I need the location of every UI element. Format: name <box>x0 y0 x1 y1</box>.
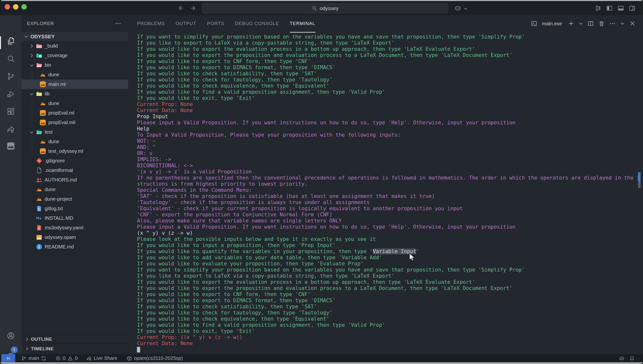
close-window-button[interactable] <box>5 4 10 10</box>
activity-ocaml-platform-icon[interactable] <box>7 142 15 150</box>
tree-item-label: dune <box>45 187 56 192</box>
tree-item-label: odyssey.opam <box>45 234 76 240</box>
scrollbar-thumb[interactable] <box>638 182 640 188</box>
status-right-items <box>619 354 635 362</box>
notifications-bell-icon[interactable] <box>629 356 635 361</box>
dune-icon <box>36 186 43 193</box>
tree-item-gitlog-txt[interactable]: gitlog.txt <box>22 204 128 214</box>
back-icon[interactable] <box>178 5 185 12</box>
terminal-instance-label[interactable]: main.exe <box>542 21 562 26</box>
sidebar-title: EXPLORER <box>27 21 54 26</box>
tree-item-ms3odyssey-yaml[interactable]: ms3odyssey.yaml <box>22 223 128 232</box>
toggle-secondary-sidebar-icon[interactable] <box>629 5 635 12</box>
terminal-line <box>137 346 638 353</box>
close-panel-icon[interactable] <box>629 20 636 27</box>
terminal-line: Please look at the possible inputs below… <box>137 236 638 242</box>
accounts-icon[interactable] <box>7 332 15 340</box>
toggle-panel-icon[interactable] <box>617 5 624 12</box>
tab-debug-console[interactable]: DEBUG CONSOLE <box>235 15 279 32</box>
tree-item-authors-md[interactable]: AUTHORS.md <box>22 175 128 185</box>
timeline-section[interactable]: TIMELINE <box>22 344 128 354</box>
chevron-spacer <box>29 235 34 240</box>
terminal-line: AND: ^ <box>137 144 638 150</box>
terminal-line: '(x v y) -> z' is a valid Proposition <box>137 169 638 175</box>
window-top-edge <box>0 0 643 1</box>
remote-indicator[interactable] <box>1 354 15 362</box>
file-icon <box>36 167 43 174</box>
toggle-sidebar-icon[interactable] <box>606 5 613 12</box>
chevron-spacer <box>29 168 34 173</box>
chevron-spacer <box>29 196 34 202</box>
tree-item-dune[interactable]: dune <box>22 137 128 146</box>
tree-item-dune[interactable]: dune <box>22 70 128 80</box>
activity-run-debug-icon[interactable] <box>7 90 15 98</box>
copilot-chevron-down-icon[interactable] <box>463 6 468 11</box>
live-share-status-item[interactable]: Live Share <box>86 354 117 362</box>
copilot-icon[interactable] <box>454 5 461 12</box>
terminal-line: Special Commands in the Command Menu: <box>137 187 638 193</box>
ocaml-icon <box>40 148 46 154</box>
tree-item-dune[interactable]: dune <box>22 98 128 108</box>
tree-item--ocamlformat[interactable]: .ocamlformat <box>22 166 128 175</box>
problems-status-item[interactable]: 0 0 <box>56 354 78 362</box>
tree-item-test-odyssey-ml[interactable]: test_odyssey.ml <box>22 146 128 156</box>
terminal-line: If you would like to check satisfiabilit… <box>137 71 638 77</box>
chevron-spacer <box>29 187 34 192</box>
new-terminal-icon[interactable] <box>568 20 574 27</box>
terminal-instance-icon <box>531 20 537 27</box>
terminal-line: If you would like to export the proposit… <box>137 285 638 292</box>
tree-item-readme-md[interactable]: README.md <box>22 242 128 252</box>
maximize-panel-icon[interactable] <box>620 21 625 26</box>
tab-terminal[interactable]: TERMINAL <box>290 15 315 32</box>
tree-item--coverage[interactable]: _coverage <box>22 51 128 60</box>
copilot-status-icon[interactable] <box>619 356 624 361</box>
terminal-launch-chevron-icon[interactable] <box>579 21 583 26</box>
activity-extensions-icon[interactable] <box>7 108 15 116</box>
tree-item-install-md[interactable]: INSTALL.MD <box>22 214 128 223</box>
tree-item-dune[interactable]: dune <box>22 185 128 194</box>
activity-search-icon[interactable] <box>7 54 15 63</box>
split-terminal-icon[interactable] <box>587 20 594 27</box>
forward-icon[interactable] <box>190 5 196 12</box>
tree-item-bin[interactable]: bin <box>22 60 128 70</box>
terminal-line: If you would like to export to DIMACS fo… <box>137 64 638 71</box>
activity-live-share-icon[interactable] <box>7 125 15 134</box>
terminal-line: If you would like to export to CNF form,… <box>137 58 638 64</box>
tree-item-test[interactable]: test <box>22 127 128 137</box>
customize-layout-icon[interactable] <box>595 5 601 12</box>
activity-source-control-icon[interactable] <box>7 72 15 80</box>
panel-more-actions-icon[interactable] <box>609 20 615 27</box>
authors-icon <box>36 176 43 183</box>
tree-item-lib[interactable]: lib <box>22 89 128 98</box>
branch-status-item[interactable]: main <box>21 354 46 362</box>
tab-ports[interactable]: PORTS <box>207 15 224 32</box>
tree-item-propeval-ml[interactable]: propEval.ml <box>22 108 128 118</box>
command-center-search[interactable]: odyssey <box>202 3 448 14</box>
bottom-panel: PROBLEMSOUTPUTPORTSDEBUG CONSOLETERMINAL… <box>128 15 643 354</box>
tree-item-propeval-mli[interactable]: propEval.mli <box>22 118 128 127</box>
minimize-window-button[interactable] <box>13 4 19 10</box>
zoom-window-button[interactable] <box>21 4 27 10</box>
outline-section[interactable]: OUTLINE <box>22 334 128 344</box>
tree-item-label: .ocamlformat <box>45 168 73 173</box>
terminal-output[interactable]: If you want to simplify your proposition… <box>137 34 638 354</box>
tree-item-main-ml[interactable]: main.ml <box>22 80 128 89</box>
terminal-line: 'Equivalent' - check if your current pro… <box>137 206 638 212</box>
tab-output[interactable]: OUTPUT <box>176 15 196 32</box>
terminal-line: If you would like to export the proposit… <box>137 52 638 58</box>
markdown-icon <box>36 215 43 222</box>
branch-label: main <box>29 356 39 361</box>
sidebar-header: EXPLORER <box>22 15 128 32</box>
tree-item--gitignore[interactable]: .gitignore <box>22 156 128 166</box>
tree-item--build[interactable]: _build <box>22 41 128 51</box>
project-root-row[interactable]: ODYSSEY <box>22 32 128 41</box>
tree-item-dune-project[interactable]: dune-project <box>22 194 128 204</box>
tree-item-odyssey-opam[interactable]: odyssey.opam <box>22 232 128 242</box>
explorer-more-actions-icon[interactable] <box>115 20 121 27</box>
opam-env-status-item[interactable]: opam(cs3110-2025sp) <box>127 354 183 362</box>
terminal-line: 'CNF' - export the proposition to Conjun… <box>137 212 638 218</box>
activity-explorer-icon[interactable] <box>7 37 15 45</box>
tab-problems[interactable]: PROBLEMS <box>137 15 165 32</box>
outline-label: OUTLINE <box>31 336 52 342</box>
kill-terminal-icon[interactable] <box>598 20 605 27</box>
